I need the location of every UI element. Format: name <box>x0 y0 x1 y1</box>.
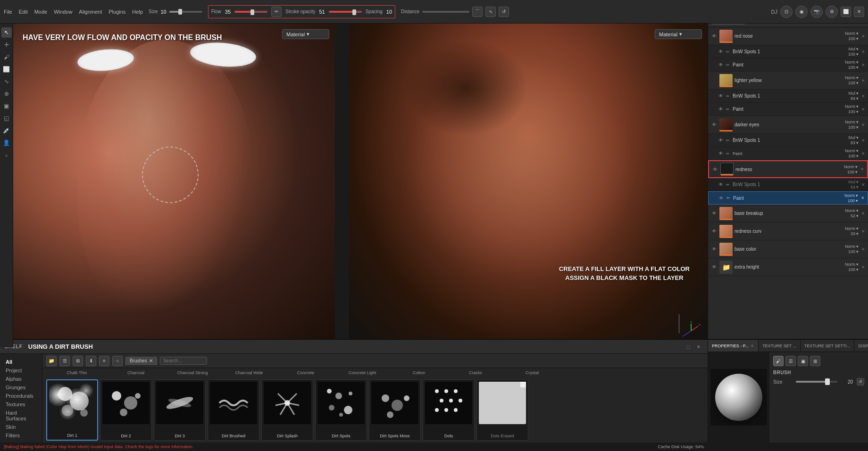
clone-tool[interactable]: ⊕ <box>1 89 12 99</box>
layer-visibility-toggle[interactable]: 👁 <box>711 122 718 128</box>
size-reset-icon[interactable]: ↺ <box>857 378 864 385</box>
tab-display-settings[interactable]: DISPLAY SETTI... <box>854 340 868 352</box>
smudge-tool[interactable]: ∿ <box>1 76 12 87</box>
color-picker[interactable]: 💉 <box>1 125 12 136</box>
tab-properties-close[interactable]: ✕ <box>751 344 754 348</box>
layer-row-sub[interactable]: 👁 ✏ Paint Norm▾ 100▾ ✕ <box>708 147 868 160</box>
shelf-cat-skin[interactable]: Skin <box>0 423 42 431</box>
menu-plugins[interactable]: Plugins <box>108 9 125 15</box>
shelf-cat-procedurals[interactable]: Procedurals <box>0 392 42 400</box>
brushes-grid-icon[interactable]: ⊞ <box>73 356 83 366</box>
brush-dirt-splash[interactable]: Dirt Splash <box>261 379 313 441</box>
layer-row-sub[interactable]: 👁 ✏ Paint Norm▾ 100▾ ✕ <box>708 103 868 116</box>
layer-visibility-toggle[interactable]: 👁 <box>711 264 718 271</box>
layer-delete-btn[interactable]: ✕ <box>861 151 865 156</box>
layer-visibility-toggle[interactable]: 👁 <box>711 210 718 217</box>
stroke-opacity-slider[interactable] <box>329 11 362 13</box>
layer-row-redness[interactable]: 👁 redness Norm▾ 100▾ ✕ <box>708 160 868 178</box>
menu-file[interactable]: File <box>4 9 12 15</box>
layer-delete-btn[interactable]: ✕ <box>861 34 865 39</box>
paint-tool[interactable]: 🖌 <box>1 52 12 62</box>
camera-icon[interactable]: 📷 <box>810 6 823 18</box>
shelf-cat-grunges[interactable]: Grunges <box>0 383 42 392</box>
layer-visibility-toggle[interactable]: 👁 <box>712 166 718 172</box>
layer-delete-btn[interactable]: ✕ <box>861 211 865 216</box>
brushes-list-icon[interactable]: ☰ <box>59 356 70 366</box>
layer-row[interactable]: 👁 darker eyes Norm▾ 100▾ ✕ <box>708 116 868 134</box>
rotate-icon[interactable]: ↺ <box>499 7 509 17</box>
camera-2d-icon[interactable]: ⊡ <box>780 6 793 18</box>
menu-help[interactable]: Help <box>132 9 143 15</box>
tab-properties[interactable]: PROPERTIES - P... ✕ <box>708 340 759 352</box>
user-icon[interactable]: 👤 <box>1 138 12 148</box>
menu-edit[interactable]: Edit <box>19 9 28 15</box>
layer-delete-btn[interactable]: ✕ <box>861 247 865 252</box>
brush-icon[interactable]: ✏ <box>271 7 282 17</box>
tab-texture-set[interactable]: TEXTURE SET ... <box>759 340 801 352</box>
settings-icon[interactable]: ⚙ <box>826 6 838 18</box>
layer-row[interactable]: lighter yellow Norm▾ 100▾ ✕ <box>708 72 868 90</box>
cursor-tool[interactable]: ↖ <box>1 27 12 38</box>
layer-row[interactable]: 👁 redness curv Norm▾ 33▾ ✕ <box>708 222 868 240</box>
layer-visibility-toggle[interactable]: 👁 <box>718 106 724 113</box>
close-top-icon[interactable]: ✕ <box>854 7 864 17</box>
layer-delete-btn[interactable]: ✕ <box>861 49 865 54</box>
menu-window[interactable]: Window <box>54 9 72 15</box>
brushes-tab[interactable]: Brushes ✕ <box>125 357 157 365</box>
layer-row[interactable]: 👁 📁 extra height Norm▾ 100▾ ✕ <box>708 258 868 276</box>
shelf-cat-textures[interactable]: Textures <box>0 400 42 409</box>
layer-row-sub[interactable]: 👁 ✏ BnW Spots 1 Mul▾ 83▾ ✕ <box>708 134 868 147</box>
brushes-folder-icon[interactable]: 📁 <box>46 356 57 366</box>
layer-visibility-toggle[interactable]: 👁 <box>718 181 724 188</box>
layer-visibility-toggle[interactable]: 👁 <box>718 93 724 99</box>
dropper-icon[interactable]: ⬦ <box>1 150 12 160</box>
brushes-import-icon[interactable]: ⬇ <box>86 356 96 366</box>
material-dropdown-2[interactable]: Material ▾ <box>655 29 702 39</box>
brushes-search[interactable] <box>160 357 207 365</box>
layer-visibility-toggle[interactable]: 👁 <box>718 49 724 55</box>
shelf-close-btn[interactable]: ✕ <box>694 343 703 351</box>
layer-visibility-toggle[interactable]: 👁 <box>718 195 725 201</box>
shelf-cat-filters[interactable]: Filters <box>0 431 42 440</box>
layer-visibility-toggle[interactable]: 👁 <box>711 228 718 235</box>
layer-row-sub[interactable]: 👁 ✏ BnW Spots 1 Mul▾ 64▾ ✕ <box>708 178 868 191</box>
prop-paint-icon[interactable]: 🖌 <box>773 356 784 366</box>
menu-alignment[interactable]: Alignment <box>79 9 102 15</box>
layer-delete-btn[interactable]: ✕ <box>861 138 865 143</box>
brushes-filter-icon[interactable]: ≡ <box>99 356 109 366</box>
layer-delete-btn[interactable]: ✕ <box>861 229 865 234</box>
layer-delete-btn[interactable]: ✕ <box>861 182 865 187</box>
polygon-fill-tool[interactable]: ◱ <box>1 113 12 123</box>
layer-visibility-toggle[interactable]: 👁 <box>718 137 724 144</box>
shelf-cat-hard-surfaces[interactable]: Hard Surfaces <box>0 409 42 423</box>
size-slider[interactable] <box>169 11 202 13</box>
brush-dirt-spots[interactable]: Dirt Spots <box>315 379 367 441</box>
prop-layers-icon[interactable]: ☰ <box>785 356 796 366</box>
brush-dots[interactable]: Dots <box>423 379 475 441</box>
opacity-arrow[interactable]: ▾ <box>856 36 859 41</box>
layer-visibility-toggle[interactable]: 👁 <box>711 246 718 253</box>
layer-row[interactable]: 👁 base color Norm▾ 100▾ ✕ <box>708 240 868 258</box>
brush-dirt2[interactable]: Dirt 2 <box>100 379 152 441</box>
layer-visibility-toggle[interactable]: 👁 <box>718 150 724 157</box>
brush-dirt-spots-moss[interactable]: Dirt Spots Moss <box>369 379 421 441</box>
brush-dots-erased[interactable]: Dots Erased <box>476 379 528 441</box>
layer-row[interactable]: 👁 base breakup Norm▾ 52▾ ✕ <box>708 205 868 222</box>
distance-slider[interactable] <box>422 11 469 13</box>
move-tool[interactable]: ✛ <box>1 40 12 50</box>
layer-row-sub[interactable]: 👁 ✏ Paint Norm▾ 100▾ ✕ <box>708 58 868 72</box>
layer-delete-btn[interactable]: ✕ <box>861 196 865 200</box>
layer-delete-btn[interactable]: ✕ <box>861 63 865 67</box>
brush-dirt3[interactable]: Dirt 3 <box>154 379 206 441</box>
layer-row-paint-selected[interactable]: 👁 ✏ Paint Norm▾ 100▾ ✕ <box>708 191 868 205</box>
flow-slider[interactable] <box>234 11 267 13</box>
maximize-icon[interactable]: ⬜ <box>841 7 851 17</box>
shelf-cat-project[interactable]: Project <box>0 366 42 375</box>
prop-fill-icon[interactable]: ▣ <box>798 356 808 366</box>
shelf-cat-alphas[interactable]: Alphas <box>0 375 42 383</box>
layer-delete-btn[interactable]: ✕ <box>861 123 865 127</box>
curve-icon[interactable]: ⌒ <box>472 7 483 17</box>
layer-delete-btn[interactable]: ✕ <box>860 167 864 172</box>
layer-row[interactable]: 👁 red nose Norm▾ 100▾ ✕ <box>708 27 868 45</box>
layer-row-sub[interactable]: 👁 ✏ BnW Spots 1 Mul▾ 84▾ ✕ <box>708 90 868 103</box>
